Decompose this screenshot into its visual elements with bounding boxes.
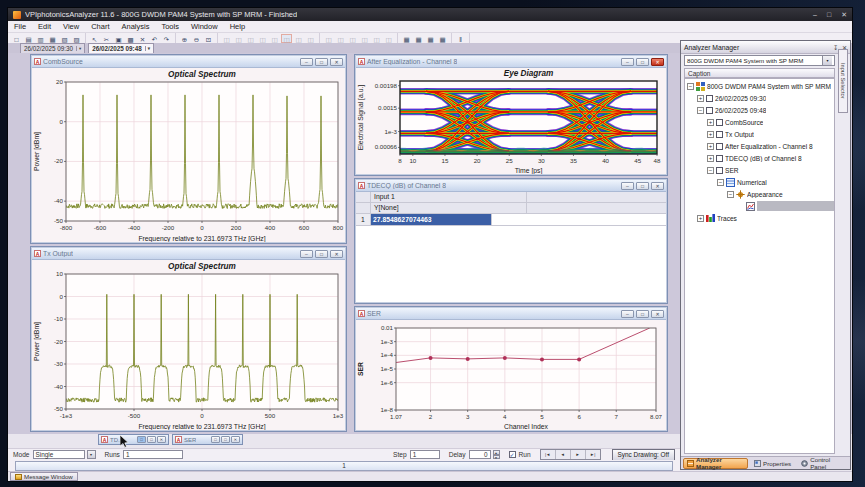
chart-icon[interactable]: ▧ [59, 34, 70, 43]
restore-icon[interactable]: □ [636, 310, 649, 318]
cut-icon[interactable]: ✂ [101, 34, 112, 43]
checkbox[interactable] [716, 155, 723, 162]
chevron-down-icon[interactable]: ▾ [145, 46, 150, 51]
window-cascade-icon[interactable]: ◫ [221, 34, 232, 43]
message-window-button[interactable]: Message Window [10, 472, 78, 481]
view-style-icon[interactable]: ▦ [437, 34, 448, 43]
tree-item-tdecq-db-of-channel-8[interactable]: +TDECQ (dB) of Channel 8 [685, 152, 834, 164]
view-zoom-icon[interactable]: ▦ [413, 34, 424, 43]
step-input[interactable]: 1 [410, 450, 440, 459]
tdecq-value-cell[interactable]: 27.8548627074463 [371, 214, 492, 225]
checkbox[interactable] [716, 167, 723, 174]
tdecq-title-bar[interactable]: A TDECQ (dB) of Channel 8 – □ ✕ [356, 180, 666, 192]
close-icon[interactable]: ✕ [330, 250, 343, 258]
dock-tab-properties[interactable]: Properties [750, 458, 795, 469]
minimize-icon[interactable]: – [621, 182, 634, 190]
minimized-window-td[interactable]: ATD...□□✕ [98, 434, 169, 445]
zoom-in-icon[interactable]: ⊕ [179, 34, 190, 43]
delay-stepper[interactable]: ▲ ▼ [493, 450, 500, 459]
tree-item-800g-dwdm-pam4-system-with-sp-mrm[interactable]: −800G DWDM PAM4 System with SP MRM [685, 80, 834, 92]
tree-item-traces[interactable]: +Traces [685, 212, 834, 224]
checkbox[interactable] [706, 95, 713, 102]
close-icon[interactable]: ✕ [231, 436, 240, 443]
minimize-icon[interactable]: – [813, 11, 817, 19]
view-pan-icon[interactable]: ▦ [425, 34, 436, 43]
layout-2-icon[interactable]: ◫ [335, 34, 346, 43]
maximize-icon[interactable]: □ [221, 436, 230, 443]
restore-icon[interactable]: □ [137, 436, 146, 443]
collapse-icon[interactable]: − [687, 83, 694, 90]
open-icon[interactable]: ▤ [23, 34, 34, 43]
checkbox[interactable] [706, 107, 713, 114]
minimize-icon[interactable]: – [300, 250, 313, 258]
tree-item-26-02-2025-09-48[interactable]: −26/02/2025 09:48 [685, 104, 834, 116]
after-equalization-title-bar[interactable]: A After Equalization - Channel 8 – □ ✕ [356, 56, 666, 68]
close-icon[interactable]: ✕ [841, 11, 847, 19]
expand-icon[interactable]: + [707, 119, 714, 126]
expand-icon[interactable]: + [697, 95, 704, 102]
layout-4-icon[interactable]: ◫ [359, 34, 370, 43]
tree-item-appearance[interactable]: −Appearance [685, 188, 834, 200]
undo-icon[interactable]: ↶ [149, 34, 160, 43]
copy-icon[interactable]: ▣ [113, 34, 124, 43]
menu-view[interactable]: View [57, 22, 85, 31]
expand-icon[interactable]: + [707, 155, 714, 162]
window-arrange-icon[interactable]: ◫ [257, 34, 268, 43]
window-close-all-icon[interactable]: ◫ [269, 34, 280, 43]
maximize-icon[interactable]: □ [827, 11, 831, 19]
run-checkbox[interactable]: ✓ [509, 451, 516, 458]
layout-3-icon[interactable]: ◫ [347, 34, 358, 43]
tree-item-tx-output[interactable]: +Tx Output [685, 128, 834, 140]
runs-input[interactable]: 1 [123, 450, 183, 459]
step-forward-button[interactable]: ►| [586, 450, 600, 459]
title-bar[interactable]: VPIphotonicsAnalyzer 11.6 - 800G DWDM PA… [8, 8, 852, 21]
window-next-icon[interactable]: ◫ [293, 34, 304, 43]
delay-input[interactable]: 0 [469, 450, 491, 459]
expand-icon[interactable]: + [707, 143, 714, 150]
expand-icon[interactable]: + [707, 131, 714, 138]
view-grid-icon[interactable]: ▦ [401, 34, 412, 43]
combsource-title-bar[interactable]: A CombSource – □ ✕ [32, 56, 345, 68]
collapse-icon[interactable]: − [697, 107, 704, 114]
close-icon[interactable]: ✕ [330, 58, 343, 66]
redo-icon[interactable]: ↷ [161, 34, 172, 43]
menu-help[interactable]: Help [224, 22, 251, 31]
menu-window[interactable]: Window [185, 22, 224, 31]
maximize-icon[interactable]: □ [147, 436, 156, 443]
column-subheader[interactable]: Y[None] [371, 203, 527, 213]
step-back-button[interactable]: |◄ [541, 450, 556, 459]
save-all-icon[interactable]: ▦ [47, 34, 58, 43]
chevron-down-icon[interactable]: ▾ [76, 46, 81, 51]
input-selector-tab[interactable]: Input Selector [838, 49, 848, 113]
zoom-out-icon[interactable]: ⊖ [191, 34, 202, 43]
chevron-down-icon[interactable]: ▾ [822, 56, 832, 65]
collapse-icon[interactable]: − [707, 167, 714, 174]
play-back-button[interactable]: ◄ [556, 450, 571, 459]
layout-5-icon[interactable]: ◫ [371, 34, 382, 43]
tx-output-title-bar[interactable]: A Tx Output – □ ✕ [32, 248, 345, 260]
layout-1-icon[interactable]: ◫ [323, 34, 334, 43]
tree-item-after-equalization-channel-8[interactable]: +After Equalization - Channel 8 [685, 140, 834, 152]
layout-6-icon[interactable]: ◫ [383, 34, 394, 43]
mode-select[interactable]: Single [33, 450, 85, 459]
window-prev-icon[interactable]: ◫ [305, 34, 316, 43]
close-icon[interactable]: ✕ [651, 182, 664, 190]
run-tab-0[interactable]: 26/02/2025 09:30▾ [20, 43, 85, 53]
close-icon[interactable]: ✕ [157, 436, 166, 443]
tree-item-26-02-2025-09-30[interactable]: +26/02/2025 09:30 [685, 92, 834, 104]
pointer-icon[interactable]: ↖ [89, 34, 100, 43]
window-highlight-icon[interactable]: ◫ [281, 34, 292, 43]
row-number[interactable]: 1 [356, 214, 371, 225]
minimize-icon[interactable]: – [300, 58, 313, 66]
dock-tab-analyzer-manager[interactable]: Analyzer Manager [683, 458, 748, 469]
play-forward-button[interactable]: ► [571, 450, 586, 459]
dock-header[interactable]: Analyzer Manager ↧ ✕ [681, 41, 850, 54]
print-icon[interactable]: ▨ [71, 34, 82, 43]
column-header[interactable]: Input 1 [371, 192, 527, 202]
tree-item-selected-plot[interactable]: + [685, 200, 834, 212]
restore-icon[interactable]: □ [315, 250, 328, 258]
zoom-fit-icon[interactable]: ⊡ [203, 34, 214, 43]
collapse-icon[interactable]: − [727, 191, 734, 198]
restore-icon[interactable]: □ [636, 182, 649, 190]
window-tile-v-icon[interactable]: ◫ [245, 34, 256, 43]
